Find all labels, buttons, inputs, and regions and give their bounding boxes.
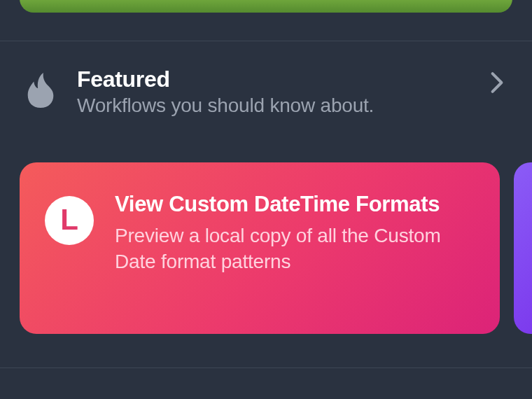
next-card-peek[interactable] — [514, 162, 532, 334]
fire-icon — [24, 71, 57, 109]
previous-card-peek[interactable] — [20, 0, 512, 13]
card-icon-circle: L — [45, 196, 94, 245]
section-subtitle: Workflows you should know about. — [77, 94, 490, 117]
clock-icon: L — [60, 205, 78, 234]
chevron-right-icon — [490, 71, 504, 94]
divider — [0, 368, 532, 368]
workflow-card-datetime-formats[interactable]: L View Custom DateTime Formats Preview a… — [20, 162, 500, 334]
card-text: View Custom DateTime Formats Preview a l… — [115, 192, 475, 275]
card-subtitle: Preview a local copy of all the Custom D… — [115, 223, 475, 276]
card-title: View Custom DateTime Formats — [115, 192, 475, 217]
divider — [0, 41, 532, 41]
section-header-text: Featured Workflows you should know about… — [77, 67, 490, 117]
section-header-featured[interactable]: Featured Workflows you should know about… — [24, 67, 508, 117]
section-title: Featured — [77, 67, 490, 92]
card-row: L View Custom DateTime Formats Preview a… — [20, 162, 532, 334]
